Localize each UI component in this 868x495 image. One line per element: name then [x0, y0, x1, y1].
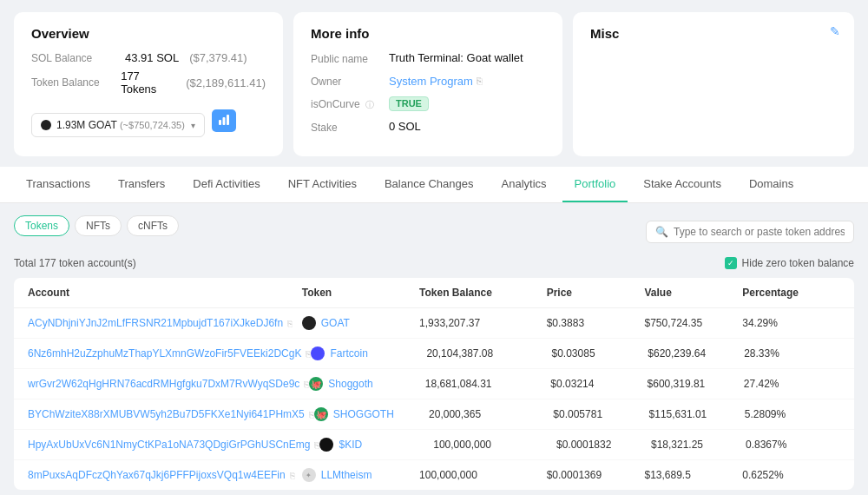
token-label: Token Balance — [31, 76, 114, 89]
stake-value: 0 SOL — [389, 120, 421, 134]
tab-defi[interactable]: Defi Activities — [181, 167, 272, 202]
cell-token-2: 🐙 Shoggoth — [309, 377, 424, 391]
more-info-card: More info Public name Truth Terminal: Go… — [293, 12, 562, 156]
more-info-title: More info — [311, 26, 545, 41]
is-on-curve-label: isOnCurve ⓘ — [311, 96, 389, 111]
cell-token-3: 🐙 SHOGGOTH — [314, 407, 429, 421]
table-row: 6Nz6mhH2uZzphuMzThapYLXmnGWzoFir5FVEEki2… — [14, 339, 854, 369]
token-selector[interactable]: 1.93M GOAT (~$750,724.35) ▾ — [31, 113, 205, 137]
token-table: Account Token Token Balance Price Value … — [14, 278, 854, 490]
tabs-bar: Transactions Transfers Defi Activities N… — [0, 167, 868, 203]
info-icon[interactable]: ⓘ — [365, 100, 374, 109]
tab-transactions[interactable]: Transactions — [14, 167, 102, 202]
owner-row: Owner System Program ⎘ — [311, 74, 545, 88]
cell-pct-3: 5.2809% — [745, 408, 840, 420]
copy-account-5[interactable]: ⎘ — [290, 471, 295, 480]
cell-pct-0: 34.29% — [742, 317, 840, 329]
sub-tab-cnfts[interactable]: cNFTs — [127, 215, 179, 236]
col-price: Price — [547, 287, 645, 299]
token-link-0[interactable]: GOAT — [321, 317, 350, 329]
cell-value-1: $620,239.64 — [648, 347, 744, 360]
svg-rect-2 — [227, 115, 229, 125]
stake-row: Stake 0 SOL — [311, 120, 545, 134]
col-account: Account — [28, 287, 302, 299]
account-link-5[interactable]: 8mPuxsAqDFczQhYax67qJkj6PFFPijoxsVQq1w4E… — [28, 469, 286, 481]
sub-tab-tokens[interactable]: Tokens — [14, 215, 69, 236]
cell-balance-2: 18,681,084.31 — [425, 378, 551, 390]
search-input[interactable] — [674, 226, 845, 238]
cell-balance-4: 100,000,000 — [433, 439, 556, 451]
edit-icon[interactable]: ✎ — [830, 24, 840, 38]
cell-price-4: $0.0001832 — [556, 439, 651, 451]
cell-price-5: $0.0001369 — [547, 469, 645, 481]
copy-icon[interactable]: ⎘ — [477, 76, 483, 86]
cell-price-3: $0.005781 — [553, 408, 648, 420]
cell-pct-2: 27.42% — [744, 378, 840, 390]
tab-transfers[interactable]: Transfers — [106, 167, 177, 202]
svg-rect-1 — [223, 117, 226, 125]
cell-value-3: $115,631.01 — [649, 408, 745, 420]
account-link-4[interactable]: HpyAxUbUxVc6N1NmyCtKPa1oNA73QDgiGrPGhUSC… — [28, 439, 310, 451]
cell-account-5: 8mPuxsAqDFczQhYax67qJkj6PFFPijoxsVQq1w4E… — [28, 469, 302, 481]
total-count: Total 177 token account(s) — [14, 257, 136, 269]
sol-balance-row: SOL Balance 43.91 SOL ($7,379.41) — [31, 51, 266, 64]
misc-card: Misc ✎ — [573, 12, 854, 156]
token-icon-0 — [302, 316, 316, 330]
token-chart-button[interactable] — [212, 109, 236, 132]
cell-value-0: $750,724.35 — [644, 317, 742, 329]
sol-usd: ($7,379.41) — [189, 51, 247, 64]
token-usd: ($2,189,611.41) — [186, 76, 266, 89]
hide-zero-checkbox[interactable]: ✓ — [725, 257, 737, 269]
tab-portfolio[interactable]: Portfolio — [562, 167, 628, 202]
is-on-curve-badge: TRUE — [389, 96, 429, 111]
table-row: HpyAxUbUxVc6N1NmyCtKPa1oNA73QDgiGrPGhUSC… — [14, 430, 854, 460]
cell-account-0: ACyNDhjniYJnJ2mLfFRSNR21MpbujdT167iXJkeD… — [28, 317, 302, 329]
table-header: Account Token Token Balance Price Value … — [14, 278, 854, 308]
cell-token-5: ✦ LLMtheism — [302, 468, 419, 482]
cell-value-2: $600,319.81 — [648, 378, 744, 390]
cell-account-2: wrGvr2W62qHgHRN76acdRMHgfgku7DxM7RvWyqSD… — [28, 378, 309, 390]
sub-tab-nfts[interactable]: NFTs — [75, 215, 122, 236]
token-link-5[interactable]: LLMtheism — [321, 469, 372, 481]
token-link-1[interactable]: Fartcoin — [330, 347, 367, 360]
account-link-0[interactable]: ACyNDhjniYJnJ2mLfFRSNR21MpbujdT167iXJkeD… — [28, 317, 283, 329]
col-balance: Token Balance — [419, 287, 547, 299]
token-value: 177 Tokens — [121, 69, 175, 96]
col-value: Value — [644, 287, 742, 299]
token-search-box[interactable]: 🔍 — [646, 221, 854, 243]
overview-title: Overview — [31, 26, 266, 41]
account-link-3[interactable]: BYChWziteX88rXMUBVW5yh2Bu7D5FKXe1Nyi641P… — [28, 408, 305, 420]
cell-account-3: BYChWziteX88rXMUBVW5yh2Bu7D5FKXe1Nyi641P… — [28, 408, 314, 420]
copy-account-0[interactable]: ⎘ — [287, 319, 293, 328]
public-name-label: Public name — [311, 51, 389, 65]
tab-analytics[interactable]: Analytics — [490, 167, 559, 202]
cell-balance-3: 20,000,365 — [429, 408, 553, 420]
cell-token-4: $KID — [319, 438, 433, 452]
table-row: BYChWziteX88rXMUBVW5yh2Bu7D5FKXe1Nyi641P… — [14, 399, 854, 430]
token-link-3[interactable]: SHOGGOTH — [333, 408, 394, 420]
owner-link[interactable]: System Program ⎘ — [389, 74, 483, 88]
tab-domains[interactable]: Domains — [737, 167, 806, 202]
chevron-down-icon: ▾ — [191, 121, 195, 130]
sub-tabs: Tokens NFTs cNFTs — [14, 215, 179, 236]
cell-pct-5: 0.6252% — [742, 469, 840, 481]
tab-nft[interactable]: NFT Activities — [276, 167, 369, 202]
hide-zero-toggle[interactable]: ✓ Hide zero token balance — [725, 257, 854, 269]
account-link-1[interactable]: 6Nz6mhH2uZzphuMzThapYLXmnGWzoFir5FVEEki2… — [28, 347, 301, 360]
token-link-4[interactable]: $KID — [339, 439, 362, 451]
token-icon-1 — [311, 346, 325, 360]
token-icon-3: 🐙 — [314, 407, 328, 421]
hide-zero-label: Hide zero token balance — [742, 257, 854, 269]
token-icon-4 — [319, 438, 333, 452]
tab-balance[interactable]: Balance Changes — [372, 167, 486, 202]
table-header-row: Total 177 token account(s) ✓ Hide zero t… — [14, 257, 854, 269]
tab-stake[interactable]: Stake Accounts — [631, 167, 733, 202]
account-link-2[interactable]: wrGvr2W62qHgHRN76acdRMHgfgku7DxM7RvWyqSD… — [28, 378, 299, 390]
token-icon-2: 🐙 — [309, 377, 323, 391]
is-on-curve-row: isOnCurve ⓘ TRUE — [311, 96, 545, 111]
table-row: wrGvr2W62qHgHRN76acdRMHgfgku7DxM7RvWyqSD… — [14, 369, 854, 399]
cell-value-5: $13,689.5 — [644, 469, 742, 481]
content-area: Tokens NFTs cNFTs 🔍 Total 177 token acco… — [0, 203, 868, 495]
token-link-2[interactable]: Shoggoth — [328, 378, 372, 390]
table-row: ACyNDhjniYJnJ2mLfFRSNR21MpbujdT167iXJkeD… — [14, 308, 854, 339]
